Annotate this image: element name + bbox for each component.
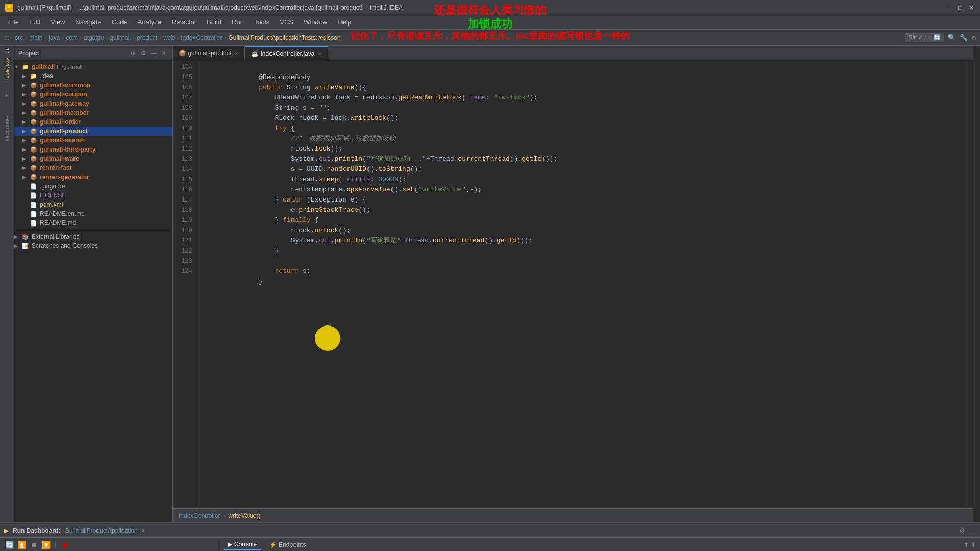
tree-item-order[interactable]: ▶ 📦 gulimall-order — [14, 117, 172, 127]
ln-118: 118 — [173, 205, 197, 215]
menu-file[interactable]: File — [4, 17, 23, 28]
breadcrumb-indexcontroller[interactable]: IndexController — [181, 34, 222, 41]
tree-item-search[interactable]: ▶ 📦 gulimall-search — [14, 136, 172, 145]
tree-item-readme-en[interactable]: ▶ 📄 README.en.md — [14, 209, 172, 218]
tree-arrow-ware: ▶ — [22, 156, 30, 161]
tree-item-readme[interactable]: ▶ 📄 README.md — [14, 218, 172, 228]
menu-navigate[interactable]: Navigate — [71, 17, 105, 28]
menu-code[interactable]: Code — [108, 17, 132, 28]
tree-label-license: LICENSE — [40, 192, 66, 199]
tree-item-scratches[interactable]: ▶ 📝 Scratches and Consoles — [14, 241, 172, 251]
breadcrumb-web[interactable]: web — [163, 34, 175, 41]
tree-item-third-party[interactable]: ▶ 📦 gulimall-third-party — [14, 145, 172, 154]
tree-item-gitignore[interactable]: ▶ 📄 .gitignore — [14, 182, 172, 191]
console-scroll-bottom-btn[interactable]: ⬇ — [971, 541, 976, 548]
tree-item-pom[interactable]: ▶ 📄 pom.xml — [14, 200, 172, 209]
module-icon-coupon: 📦 — [30, 91, 38, 98]
breadcrumb-java[interactable]: java — [48, 34, 60, 41]
tree-item-license[interactable]: ▶ 📄 LICENSE — [14, 191, 172, 200]
tree-arrow-idea: ▶ — [22, 73, 30, 79]
menu-view[interactable]: View — [46, 17, 69, 28]
breadcrumb-ct[interactable]: ct — [4, 34, 9, 41]
tree-item-member[interactable]: ▶ 📦 gulimall-member — [14, 108, 172, 117]
sidebar-tab-project[interactable]: 1: Project — [1, 48, 13, 79]
menu-help[interactable]: Help — [333, 17, 355, 28]
run-stop-all-btn[interactable]: ⏹ — [29, 540, 39, 550]
tree-item-renren-fast[interactable]: ▶ 📦 renren-fast — [14, 163, 172, 172]
tree-item-coupon[interactable]: ▶ 📦 gulimall-coupon — [14, 90, 172, 99]
code-line-105: public String writeValue(){ — [203, 72, 966, 83]
tab-close-gulimall-product[interactable]: ✕ — [234, 51, 238, 56]
panel-locate-btn[interactable]: ⊕ — [129, 49, 137, 57]
menu-build[interactable]: Build — [203, 17, 226, 28]
tree-arrow-scratches: ▶ — [14, 243, 21, 248]
tree-item-gateway[interactable]: ▶ 📦 gulimall-gateway — [14, 99, 172, 108]
toolbar: ct › src › main › java › com › atguigu ›… — [0, 30, 980, 46]
tab-close-indexcontroller[interactable]: ✕ — [317, 51, 322, 57]
module-icon-gateway: 📦 — [30, 100, 38, 107]
tree-item-external-libs[interactable]: ▶ 📚 External Libraries — [14, 232, 172, 241]
console-scroll-top-btn[interactable]: ⬆ — [964, 541, 969, 548]
run-app-tab-label[interactable]: GulimallProductApplication — [64, 527, 137, 534]
close-button[interactable]: ✕ — [968, 4, 975, 11]
tree-item-idea[interactable]: ▶ 📁 .idea — [14, 71, 172, 81]
tab-indexcontroller[interactable]: ☕ IndexController.java ✕ — [245, 46, 328, 60]
console-panel: ▶ Console ⚡ Endpoints ⬆ ⬇ 读锁释放112 写锁加锁成功… — [219, 538, 980, 551]
menu-window[interactable]: Window — [300, 17, 331, 28]
panel-toolbar: ⊕ ⚙ — ✕ — [129, 49, 168, 57]
breadcrumb-main[interactable]: main — [29, 34, 42, 41]
panel-settings-btn[interactable]: ⚙ — [139, 49, 148, 57]
path-writevalue[interactable]: writeValue() — [228, 512, 260, 519]
run-stop-btn[interactable]: ⏹ — [60, 540, 70, 550]
panel-close-btn[interactable]: ✕ — [160, 49, 168, 57]
run-filter-btn[interactable]: 🔽 — [41, 540, 51, 550]
menu-edit[interactable]: Edit — [25, 17, 44, 28]
breadcrumb-gulimall[interactable]: gulimall — [110, 34, 131, 41]
menu-analyze[interactable]: Analyze — [134, 17, 165, 28]
panel-collapse-btn[interactable]: — — [150, 49, 158, 57]
path-indexcontroller[interactable]: IndexController — [179, 512, 220, 519]
tree-item-root[interactable]: ▼ 📁 gulimall F:\gulimall — [14, 62, 172, 71]
tree-item-ware[interactable]: ▶ 📦 gulimall-ware — [14, 154, 172, 163]
menu-tools[interactable]: Tools — [250, 17, 274, 28]
tree-label-gateway: gulimall-gateway — [40, 100, 89, 107]
menu-refactor[interactable]: Refactor — [167, 17, 201, 28]
console-tab-console-label: Console — [234, 541, 257, 548]
git-badge: Git: ✓ ↑ ↓ 🔄 — [905, 33, 943, 42]
tree-item-renren-generator[interactable]: ▶ 📦 renren-generator — [14, 172, 172, 182]
tree-item-common[interactable]: ▶ 📦 gulimall-common — [14, 81, 172, 90]
tree-arrow-renren-generator: ▶ — [22, 174, 30, 180]
run-dashboard-icon: ▶ — [4, 527, 9, 534]
console-tab-endpoints[interactable]: ⚡ Endpoints — [265, 540, 310, 549]
menu-vcs[interactable]: VCS — [276, 17, 298, 28]
panel-title: Project — [18, 49, 39, 57]
tree-label-product: gulimall-product — [40, 128, 88, 135]
tab-gulimall-product[interactable]: 📦 gulimall-product ✕ — [173, 46, 245, 60]
maximize-button[interactable]: □ — [957, 4, 964, 11]
tree-arrow-common: ▶ — [22, 83, 30, 88]
breadcrumb-com[interactable]: com — [66, 34, 78, 41]
run-panel: 🔄 ⏫ ⏹ 🔽 ⏹ ▼ ▶ Running ▶ — [0, 538, 219, 551]
run-restart-btn[interactable]: 🔄 — [4, 540, 14, 550]
tree-item-product[interactable]: ▶ 📦 gulimall-product — [14, 127, 172, 136]
tree-label-idea: .idea — [40, 72, 53, 80]
run-settings-btn[interactable]: ⚙ — [959, 527, 965, 534]
breadcrumb-tests[interactable]: GulimallProductApplicationTests:redisson — [229, 34, 341, 41]
menu-run[interactable]: Run — [228, 17, 248, 28]
sidebar-tab-2[interactable]: 2 — [1, 81, 13, 111]
breadcrumb-atguigu[interactable]: atguigu — [84, 34, 104, 41]
run-app-tab-close[interactable]: ✕ — [142, 527, 145, 534]
sidebar-tab-favorites[interactable]: Favorites — [1, 113, 13, 144]
breadcrumb-src[interactable]: src — [15, 34, 23, 41]
file-icon-readme-en: 📄 — [30, 210, 38, 217]
ln-106: 106 — [173, 83, 197, 93]
title-bar-controls: ─ □ ✕ — [945, 4, 975, 11]
code-content: 104 105 106 107 108 109 110 111 112 113 … — [173, 60, 973, 508]
console-tab-console[interactable]: ▶ Console — [224, 540, 261, 550]
run-rerun-all-btn[interactable]: ⏫ — [16, 540, 27, 550]
run-hide-btn[interactable]: — — [969, 527, 976, 534]
breadcrumb-product[interactable]: product — [137, 34, 157, 41]
minimize-button[interactable]: ─ — [945, 4, 952, 11]
tree-label-search: gulimall-search — [40, 137, 85, 144]
module-icon-renren-fast: 📦 — [30, 164, 38, 171]
